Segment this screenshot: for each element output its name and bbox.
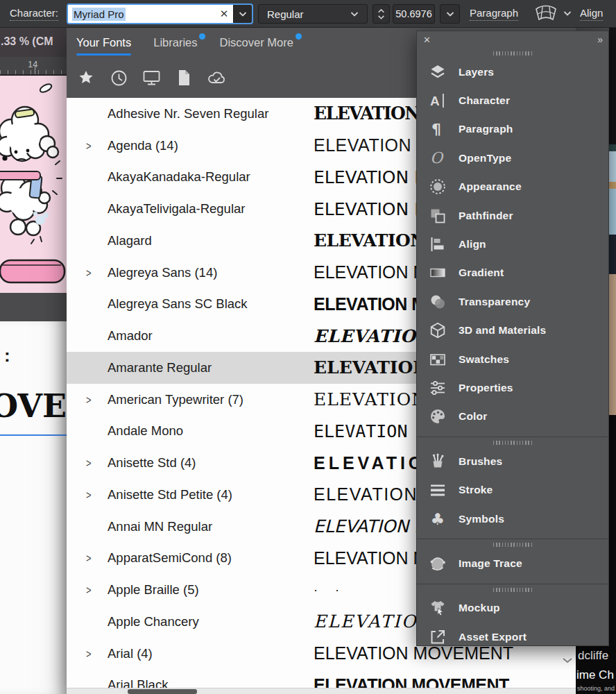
font-name: Apple Chancery bbox=[108, 614, 199, 629]
close-icon[interactable]: ✕ bbox=[423, 35, 431, 45]
character-label[interactable]: Character: bbox=[10, 7, 58, 21]
dock-item-pathfinder[interactable]: Pathfinder bbox=[417, 201, 608, 230]
dock-item-opentype[interactable]: OOpenType bbox=[417, 144, 608, 172]
stepper-down-icon[interactable] bbox=[377, 15, 385, 19]
activated-monitor-icon[interactable] bbox=[142, 68, 161, 87]
tab-libraries[interactable]: Libraries bbox=[153, 36, 197, 56]
dock-item-brushes[interactable]: Brushes bbox=[417, 447, 608, 475]
font-name: Apple Braille (5) bbox=[108, 582, 199, 598]
font-size-input[interactable]: 50.6976 bbox=[393, 4, 435, 24]
font-family-dropdown-button[interactable] bbox=[233, 5, 252, 23]
artboard-artwork bbox=[0, 75, 67, 293]
dock-item-symbols[interactable]: ♣Symbols bbox=[417, 505, 608, 533]
document-zoom-title: .33 % (CM bbox=[0, 28, 67, 57]
dock-item-paragraph[interactable]: ¶Paragraph bbox=[417, 115, 608, 144]
dock-item-label: Symbols bbox=[459, 513, 504, 525]
tab-label: Libraries bbox=[153, 36, 197, 49]
dock-drag-handle[interactable] bbox=[493, 543, 532, 547]
expand-chevron-icon[interactable]: > bbox=[86, 584, 92, 597]
font-name: Adhesive Nr. Seven Regular bbox=[108, 106, 268, 121]
dock-item-color[interactable]: Color bbox=[417, 403, 608, 431]
expand-chevron-icon[interactable]: > bbox=[86, 139, 92, 152]
expand-chevron-icon[interactable]: > bbox=[86, 266, 92, 279]
dock-panel-group: BrushesStroke♣Symbols bbox=[417, 437, 608, 539]
svg-text:¶: ¶ bbox=[431, 121, 441, 138]
dock-item-3d-and-materials[interactable]: 3D and Materials bbox=[417, 316, 608, 345]
dock-drag-handle[interactable] bbox=[493, 588, 532, 592]
dock-item-mockup[interactable]: Mockup bbox=[417, 594, 608, 623]
font-name: Arial (4) bbox=[108, 646, 153, 661]
expand-chevron-icon[interactable]: > bbox=[86, 489, 92, 502]
dock-drag-handle[interactable] bbox=[493, 51, 532, 56]
font-name: Annai MN Regular bbox=[108, 519, 212, 534]
paragraph-label[interactable]: Paragraph bbox=[470, 7, 518, 21]
paragraph-icon: ¶ bbox=[429, 120, 447, 138]
dock-item-image-trace[interactable]: Image Trace bbox=[417, 549, 608, 577]
expand-chevron-icon[interactable]: > bbox=[86, 393, 92, 406]
dock-item-layers[interactable]: Layers bbox=[417, 58, 608, 86]
tab-label: Your Fonts bbox=[76, 36, 131, 49]
dock-header: ✕ » bbox=[417, 31, 608, 48]
dock-item-transparency[interactable]: Transparency bbox=[417, 287, 608, 316]
transparency-icon bbox=[429, 293, 447, 311]
dock-item-align[interactable]: Align bbox=[417, 230, 608, 258]
font-name: AkayaKanadaka-Regular bbox=[108, 169, 250, 185]
dock-drag-handle[interactable] bbox=[493, 441, 532, 445]
dock-item-gradient[interactable]: Gradient bbox=[417, 259, 608, 287]
panel-dock: ✕ » LayersACharacter¶ParagraphOOpenTypeA… bbox=[416, 31, 609, 646]
scrollbar-thumb[interactable] bbox=[128, 689, 197, 694]
document-fonts-icon[interactable] bbox=[174, 68, 194, 87]
stroke-icon bbox=[429, 481, 447, 499]
fonts-filter-bar bbox=[76, 68, 226, 87]
dock-panel-group: LayersACharacter¶ParagraphOOpenTypeAppea… bbox=[417, 48, 608, 437]
font-size-dropdown-button[interactable] bbox=[440, 4, 460, 24]
gradient-icon bbox=[429, 264, 447, 282]
creative-cloud-icon[interactable] bbox=[207, 68, 226, 87]
asset-export-icon bbox=[429, 628, 447, 646]
recent-clock-icon[interactable] bbox=[109, 68, 128, 87]
dock-item-swatches[interactable]: Swatches bbox=[417, 345, 608, 373]
dock-item-appearance[interactable]: Appearance bbox=[417, 173, 608, 201]
artwork-text-line: shooting, and much more bbox=[577, 685, 616, 692]
fonts-panel-tabs: Your FontsLibrariesDiscover More bbox=[76, 36, 293, 56]
font-size-stepper[interactable] bbox=[373, 4, 390, 24]
expand-chevron-icon[interactable]: > bbox=[86, 552, 92, 565]
dock-item-character[interactable]: ACharacter bbox=[417, 86, 608, 115]
font-name: Anisette Std Petite (4) bbox=[108, 487, 232, 502]
expand-chevron-icon[interactable]: > bbox=[86, 457, 92, 470]
dock-item-properties[interactable]: Properties bbox=[417, 373, 608, 402]
clear-icon[interactable]: ✕ bbox=[215, 5, 233, 23]
dock-item-label: Properties bbox=[459, 382, 513, 394]
expand-panels-icon[interactable]: » bbox=[597, 34, 601, 45]
tab-discover-more[interactable]: Discover More bbox=[219, 36, 293, 56]
tab-your-fonts[interactable]: Your Fonts bbox=[76, 36, 131, 56]
chevron-down-icon[interactable] bbox=[563, 11, 572, 16]
bottom-right-artwork: dcliffe ime Ch shooting, and much more bbox=[576, 645, 616, 694]
expand-chevron-icon[interactable]: > bbox=[86, 647, 92, 660]
font-family-input[interactable]: Myriad Pro bbox=[68, 5, 215, 23]
stepper-up-icon[interactable] bbox=[377, 9, 385, 13]
dock-item-stroke[interactable]: Stroke bbox=[417, 475, 608, 504]
font-row[interactable]: Arial BlackELEVATION MOVEMENT bbox=[67, 670, 576, 688]
dock-item-label: Layers bbox=[459, 66, 494, 78]
scroll-down-chevron-icon[interactable] bbox=[562, 654, 573, 666]
align-label[interactable]: Align bbox=[580, 7, 603, 21]
favorites-star-icon[interactable] bbox=[76, 68, 96, 87]
font-family-value: Myriad Pro bbox=[72, 8, 126, 21]
font-name: Arial Black bbox=[108, 677, 168, 688]
font-style-select[interactable]: Regular bbox=[258, 4, 368, 24]
background-photo-sliver bbox=[609, 28, 616, 694]
warp-grid-icon[interactable] bbox=[534, 4, 558, 22]
dock-item-label: Asset Export bbox=[459, 631, 527, 643]
chevron-down-icon bbox=[446, 12, 454, 17]
horizontal-scrollbar[interactable] bbox=[67, 688, 576, 694]
dock-item-label: Swatches bbox=[459, 353, 509, 366]
font-name: Anisette Std (4) bbox=[108, 455, 196, 471]
dock-item-label: Mockup bbox=[459, 602, 500, 614]
mockup-icon bbox=[429, 599, 447, 617]
dock-item-label: 3D and Materials bbox=[459, 324, 546, 337]
font-name: Agenda (14) bbox=[108, 138, 178, 153]
color-icon bbox=[429, 407, 447, 425]
layers-icon bbox=[429, 63, 447, 81]
dock-item-asset-export[interactable]: Asset Export bbox=[417, 623, 608, 646]
